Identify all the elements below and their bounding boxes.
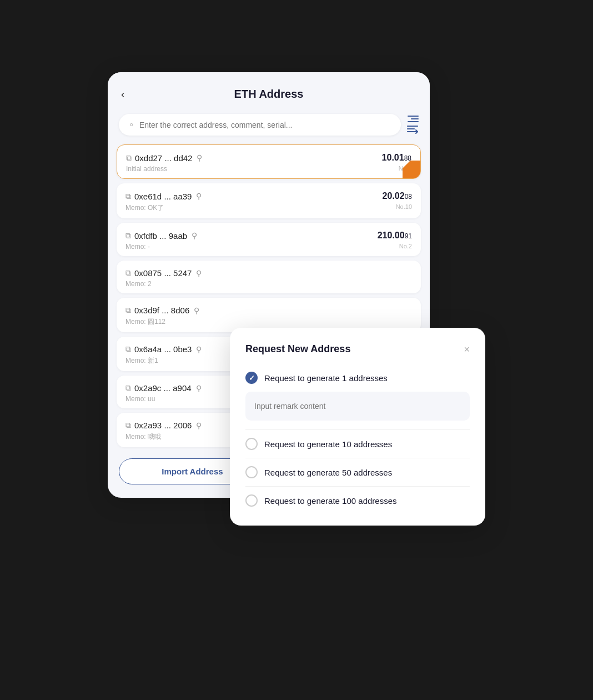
orange-corner — [403, 161, 420, 178]
address-card-bottom: Initial address No.0 — [126, 165, 411, 173]
address-card-top: ⧉ 0xfdfb ... 9aab ⚲ 210.0091 — [125, 231, 412, 241]
copy-icon[interactable]: ⧉ — [126, 153, 132, 163]
copy-icon[interactable]: ⧉ — [125, 306, 131, 315]
page-title: ETH Address — [234, 88, 304, 101]
address-card-bottom: Memo: - No.2 — [125, 243, 412, 251]
radio-option-unchecked[interactable]: Request to generate 50 addresses — [245, 461, 470, 484]
search-address-icon[interactable]: ⚲ — [196, 345, 202, 354]
address-card-top: ⧉ 0x3d9f ... 8d06 ⚲ — [125, 306, 412, 315]
radio-label: Request to generate 1 addresses — [264, 373, 388, 383]
search-address-icon[interactable]: ⚲ — [194, 306, 199, 315]
address-hash: 0x0875 ... 5247 — [134, 268, 192, 278]
option-divider — [245, 486, 470, 487]
radio-option-unchecked[interactable]: Request to generate 100 addresses — [245, 489, 470, 512]
address-memo: Memo: 2 — [125, 280, 152, 288]
copy-icon[interactable]: ⧉ — [125, 231, 131, 241]
search-icon: ⚬ — [128, 119, 135, 130]
address-hash: 0x2a93 ... 2006 — [134, 421, 192, 430]
address-card[interactable]: ⧉ 0x0875 ... 5247 ⚲ Memo: 2 — [117, 261, 421, 293]
address-card-bottom: Memo: OK了 No.10 — [125, 203, 412, 213]
address-left: ⧉ 0x3d9f ... 8d06 ⚲ — [125, 306, 199, 315]
radio-label: Request to generate 50 addresses — [264, 468, 392, 477]
copy-icon[interactable]: ⧉ — [125, 421, 131, 430]
address-card-bottom: Memo: 2 — [125, 280, 412, 288]
radio-circle-checked — [245, 372, 258, 384]
search-input-wrap: ⚬ — [119, 114, 401, 136]
address-left: ⧉ 0xdd27 ... dd42 ⚲ — [126, 153, 202, 163]
radio-option[interactable]: Request to generate 100 addresses — [245, 486, 470, 512]
address-memo: Memo: - — [125, 243, 150, 251]
address-left: ⧉ 0x2a9c ... a904 ⚲ — [125, 383, 202, 393]
radio-option[interactable]: Request to generate 50 addresses — [245, 458, 470, 484]
radio-option[interactable]: Request to generate 10 addresses — [245, 429, 470, 456]
address-memo: Memo: uu — [125, 395, 155, 403]
address-card-top: ⧉ 0x0875 ... 5247 ⚲ — [125, 268, 412, 278]
search-bar: ⚬ — [119, 114, 419, 136]
modal-close-button[interactable]: × — [464, 344, 470, 354]
address-hash: 0x3d9f ... 8d06 — [134, 306, 189, 315]
address-card[interactable]: ⧉ 0x3d9f ... 8d06 ⚲ Memo: 圆112 — [117, 298, 421, 332]
filter-icon — [406, 116, 419, 134]
copy-icon[interactable]: ⧉ — [125, 192, 131, 201]
address-hash: 0x6a4a ... 0be3 — [134, 344, 192, 354]
search-input[interactable] — [139, 121, 392, 129]
radio-circle — [245, 438, 258, 450]
remark-input[interactable] — [245, 392, 470, 421]
balance-decimal: 91 — [405, 232, 412, 240]
option-divider — [245, 458, 470, 458]
address-left: ⧉ 0xfdfb ... 9aab ⚲ — [125, 231, 197, 241]
address-number: No.10 — [396, 203, 412, 213]
filter-button[interactable] — [406, 116, 419, 134]
address-card[interactable]: ⧉ 0xe61d ... aa39 ⚲ 20.0208 Memo: OK了 No… — [117, 183, 421, 218]
search-address-icon[interactable]: ⚲ — [192, 231, 197, 240]
header: ‹ ETH Address — [108, 72, 430, 109]
copy-icon[interactable]: ⧉ — [125, 268, 131, 278]
address-card-bottom: Memo: 圆112 — [125, 317, 412, 327]
modal-header: Request New Address × — [245, 343, 470, 355]
radio-label: Request to generate 10 addresses — [264, 439, 392, 449]
search-address-icon[interactable]: ⚲ — [196, 192, 202, 201]
request-new-address-modal: Request New Address × Request to generat… — [230, 328, 485, 526]
search-address-icon[interactable]: ⚲ — [196, 384, 202, 393]
search-address-icon[interactable]: ⚲ — [196, 421, 202, 430]
balance-decimal: 08 — [405, 193, 412, 201]
address-memo: Memo: OK了 — [125, 203, 164, 213]
option-divider — [245, 429, 470, 430]
address-left: ⧉ 0xe61d ... aa39 ⚲ — [125, 192, 202, 201]
address-hash: 0xe61d ... aa39 — [134, 192, 192, 201]
address-memo: Memo: 圆112 — [125, 317, 165, 327]
address-memo: Initial address — [126, 165, 167, 173]
address-memo: Memo: 哦哦 — [125, 432, 161, 442]
address-number: No.2 — [399, 243, 412, 251]
address-hash: 0xdd27 ... dd42 — [135, 153, 192, 163]
address-balance: 210.0091 — [378, 231, 412, 241]
address-card-top: ⧉ 0xdd27 ... dd42 ⚲ 10.0188 — [126, 153, 411, 163]
radio-label: Request to generate 100 addresses — [264, 496, 397, 506]
address-balance: 20.0208 — [383, 191, 412, 201]
search-address-icon[interactable]: ⚲ — [197, 153, 202, 162]
address-left: ⧉ 0x6a4a ... 0be3 ⚲ — [125, 344, 202, 354]
address-hash: 0xfdfb ... 9aab — [134, 231, 187, 241]
radio-option[interactable]: Request to generate 1 addresses — [245, 366, 470, 427]
address-memo: Memo: 新1 — [125, 356, 158, 366]
address-card-top: ⧉ 0xe61d ... aa39 ⚲ 20.0208 — [125, 191, 412, 201]
radio-option-checked[interactable]: Request to generate 1 addresses — [245, 366, 470, 389]
radio-option-unchecked[interactable]: Request to generate 10 addresses — [245, 432, 470, 456]
back-button[interactable]: ‹ — [121, 88, 125, 101]
radio-circle — [245, 466, 258, 478]
address-card[interactable]: ⧉ 0xfdfb ... 9aab ⚲ 210.0091 Memo: - No.… — [117, 223, 421, 256]
copy-icon[interactable]: ⧉ — [125, 383, 131, 393]
search-address-icon[interactable]: ⚲ — [196, 269, 202, 278]
address-left: ⧉ 0x2a93 ... 2006 ⚲ — [125, 421, 202, 430]
radio-circle — [245, 494, 258, 507]
address-hash: 0x2a9c ... a904 — [134, 383, 192, 393]
modal-options: Request to generate 1 addresses Request … — [245, 366, 470, 512]
address-card[interactable]: ⧉ 0xdd27 ... dd42 ⚲ 10.0188 Initial addr… — [117, 144, 421, 179]
modal-title: Request New Address — [245, 343, 350, 355]
copy-icon[interactable]: ⧉ — [125, 344, 131, 354]
address-left: ⧉ 0x0875 ... 5247 ⚲ — [125, 268, 202, 278]
